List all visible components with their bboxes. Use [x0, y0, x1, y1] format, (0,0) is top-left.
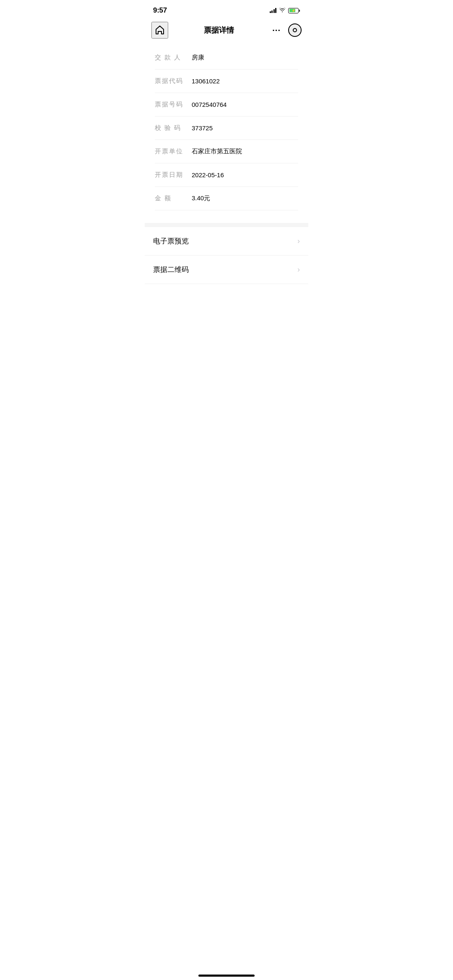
detail-label: 票据号码	[155, 101, 188, 109]
home-button[interactable]	[151, 22, 168, 39]
detail-row: 开票日期2022-05-16	[155, 163, 298, 187]
nav-bar: 票据详情 ···	[145, 18, 308, 42]
scan-inner-icon	[293, 28, 297, 32]
wifi-icon	[279, 7, 286, 14]
action-item-1[interactable]: 票据二维码›	[145, 256, 308, 284]
detail-value: 373725	[192, 124, 213, 132]
detail-label: 票据代码	[155, 77, 188, 85]
detail-label: 金 额	[155, 194, 188, 202]
detail-row: 开票单位石家庄市第五医院	[155, 140, 298, 163]
action-item-0[interactable]: 电子票预览›	[145, 227, 308, 256]
detail-value: 13061022	[192, 78, 220, 85]
detail-label: 开票日期	[155, 171, 188, 179]
status-icons: ⚡	[270, 7, 300, 14]
page-title: 票据详情	[204, 25, 234, 35]
detail-value: 石家庄市第五医院	[192, 147, 242, 155]
battery-icon: ⚡	[288, 8, 300, 13]
section-divider	[145, 223, 308, 227]
detail-row: 交 款 人房康	[155, 46, 298, 70]
detail-label: 开票单位	[155, 147, 188, 155]
more-button[interactable]: ···	[270, 24, 283, 37]
scan-button[interactable]	[288, 23, 302, 37]
chevron-right-icon: ›	[297, 265, 300, 274]
detail-row: 金 额3.40元	[155, 187, 298, 210]
detail-value: 2022-05-16	[192, 171, 224, 178]
action-label: 票据二维码	[153, 265, 189, 274]
detail-row: 票据号码0072540764	[155, 93, 298, 116]
detail-row: 票据代码13061022	[155, 70, 298, 93]
status-time: 9:57	[153, 6, 167, 15]
detail-value: 3.40元	[192, 194, 210, 202]
detail-label: 交 款 人	[155, 54, 188, 62]
detail-row: 校 验 码373725	[155, 116, 298, 140]
status-bar: 9:57 ⚡	[145, 0, 308, 18]
detail-label: 校 验 码	[155, 124, 188, 132]
detail-card: 交 款 人房康票据代码13061022票据号码0072540764校 验 码37…	[145, 46, 308, 210]
detail-value: 房康	[192, 54, 204, 62]
signal-icon	[270, 8, 277, 13]
action-label: 电子票预览	[153, 236, 189, 246]
action-list: 电子票预览›票据二维码›	[145, 227, 308, 284]
chevron-right-icon: ›	[297, 237, 300, 246]
detail-value: 0072540764	[192, 101, 226, 108]
nav-actions: ···	[270, 23, 302, 37]
